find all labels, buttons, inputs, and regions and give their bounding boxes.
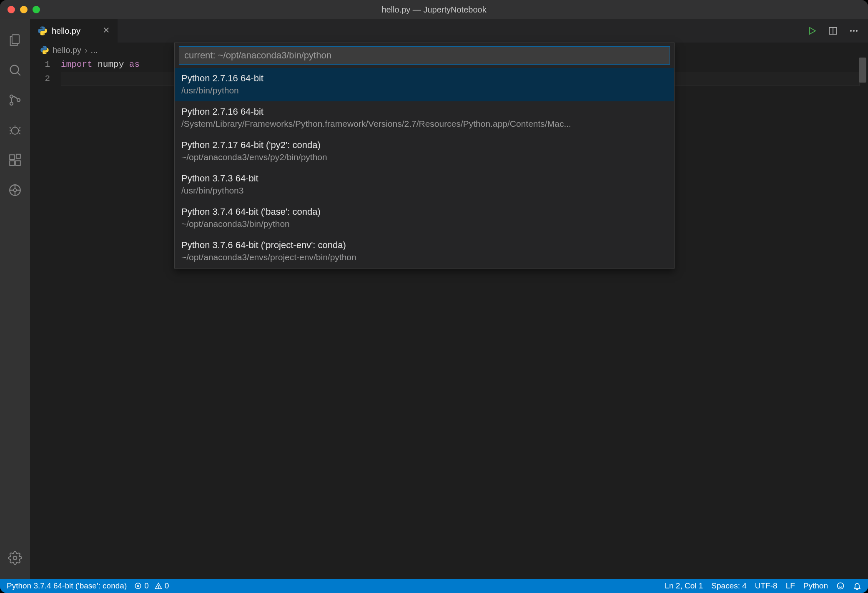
interpreter-search-input[interactable] bbox=[179, 46, 670, 65]
interpreter-option-path: /System/Library/Frameworks/Python.framew… bbox=[181, 118, 667, 130]
status-feedback[interactable] bbox=[836, 582, 845, 590]
close-icon[interactable] bbox=[103, 25, 110, 36]
interpreter-option[interactable]: Python 3.7.6 64-bit ('project-env': cond… bbox=[175, 235, 674, 268]
interpreter-option[interactable]: Python 2.7.17 64-bit ('py2': conda)~/opt… bbox=[175, 135, 674, 168]
interpreter-option-title: Python 2.7.16 64-bit bbox=[181, 106, 667, 118]
interpreter-option-title: Python 2.7.16 64-bit bbox=[181, 72, 667, 85]
scrollbar-thumb[interactable] bbox=[859, 58, 866, 83]
interpreter-option-path: ~/opt/anaconda3/envs/py2/bin/python bbox=[181, 151, 667, 163]
status-interpreter[interactable]: Python 3.7.4 64-bit ('base': conda) bbox=[7, 581, 127, 590]
svg-point-15 bbox=[853, 30, 855, 32]
chevron-right-icon: › bbox=[85, 45, 88, 55]
status-spaces[interactable]: Spaces: 4 bbox=[711, 581, 747, 590]
title-bar: hello.py — JupertyNotebook bbox=[0, 0, 868, 19]
interpreter-option[interactable]: Python 3.7.3 64-bit/usr/bin/python3 bbox=[175, 168, 674, 201]
warning-icon bbox=[155, 582, 162, 590]
python-icon bbox=[38, 26, 48, 36]
svg-point-18 bbox=[158, 588, 158, 588]
traffic-lights bbox=[8, 6, 40, 13]
interpreter-option[interactable]: Python 2.7.16 64-bit/System/Library/Fram… bbox=[175, 101, 674, 135]
tab-label: hello.py bbox=[52, 26, 80, 36]
line-gutter: 12 bbox=[30, 58, 61, 579]
gear-icon[interactable] bbox=[0, 543, 30, 573]
svg-point-16 bbox=[856, 30, 858, 32]
window-close-button[interactable] bbox=[8, 6, 15, 13]
svg-rect-8 bbox=[15, 161, 20, 165]
split-editor-button[interactable] bbox=[827, 25, 839, 37]
breadcrumb-segment: ... bbox=[91, 45, 98, 55]
python-icon bbox=[40, 45, 49, 55]
svg-point-2 bbox=[10, 95, 13, 98]
interpreter-option-path: /usr/bin/python3 bbox=[181, 185, 667, 196]
interpreter-option-path: ~/opt/anaconda3/bin/python bbox=[181, 218, 667, 230]
status-errors-count: 0 bbox=[144, 581, 149, 590]
status-encoding[interactable]: UTF-8 bbox=[755, 581, 778, 590]
svg-point-12 bbox=[13, 556, 17, 560]
svg-point-5 bbox=[12, 127, 19, 134]
window-minimize-button[interactable] bbox=[20, 6, 28, 13]
interpreter-option-path: /usr/bin/python bbox=[181, 85, 667, 96]
line-number: 2 bbox=[30, 72, 50, 86]
status-problems[interactable]: 0 0 bbox=[134, 581, 169, 590]
status-warnings-count: 0 bbox=[165, 581, 169, 590]
editor-area: hello.py bbox=[30, 19, 868, 579]
svg-point-11 bbox=[13, 188, 16, 191]
extensions-icon[interactable] bbox=[0, 145, 30, 175]
run-button[interactable] bbox=[806, 25, 818, 37]
status-eol[interactable]: LF bbox=[786, 581, 795, 590]
line-number: 1 bbox=[30, 58, 50, 72]
svg-rect-7 bbox=[10, 161, 14, 165]
window-title: hello.py — JupertyNotebook bbox=[0, 5, 868, 15]
window-zoom-button[interactable] bbox=[33, 6, 40, 13]
explorer-icon[interactable] bbox=[0, 25, 30, 55]
status-language[interactable]: Python bbox=[803, 581, 828, 590]
status-cursor[interactable]: Ln 2, Col 1 bbox=[665, 581, 703, 590]
svg-point-3 bbox=[10, 102, 13, 105]
interpreter-option-title: Python 3.7.4 64-bit ('base': conda) bbox=[181, 206, 667, 218]
remote-icon[interactable] bbox=[0, 175, 30, 205]
svg-point-4 bbox=[17, 98, 20, 101]
svg-rect-0 bbox=[12, 35, 19, 43]
search-icon[interactable] bbox=[0, 55, 30, 85]
interpreter-option-title: Python 3.7.3 64-bit bbox=[181, 172, 667, 185]
interpreter-option-path: ~/opt/anaconda3/envs/project-env/bin/pyt… bbox=[181, 251, 667, 263]
status-bar: Python 3.7.4 64-bit ('base': conda) 0 0 … bbox=[0, 579, 868, 593]
svg-point-14 bbox=[850, 30, 852, 32]
more-actions-button[interactable] bbox=[848, 25, 860, 37]
tab-hello-py[interactable]: hello.py bbox=[30, 19, 118, 43]
interpreter-picker: Python 2.7.16 64-bit/usr/bin/pythonPytho… bbox=[174, 43, 675, 269]
source-control-icon[interactable] bbox=[0, 85, 30, 115]
interpreter-option[interactable]: Python 3.7.4 64-bit ('base': conda)~/opt… bbox=[175, 201, 674, 235]
breadcrumb-file: hello.py bbox=[53, 45, 81, 55]
interpreter-option-title: Python 2.7.17 64-bit ('py2': conda) bbox=[181, 139, 667, 151]
svg-rect-9 bbox=[16, 154, 20, 158]
interpreter-list: Python 2.7.16 64-bit/usr/bin/pythonPytho… bbox=[175, 68, 674, 268]
svg-rect-6 bbox=[10, 155, 14, 159]
editor-toolbar bbox=[806, 19, 868, 43]
debug-icon[interactable] bbox=[0, 115, 30, 145]
svg-point-1 bbox=[10, 65, 19, 74]
interpreter-option[interactable]: Python 2.7.16 64-bit/usr/bin/python bbox=[175, 68, 674, 101]
app-window: hello.py — JupertyNotebook bbox=[0, 0, 868, 593]
interpreter-option-title: Python 3.7.6 64-bit ('project-env': cond… bbox=[181, 239, 667, 251]
tab-bar: hello.py bbox=[30, 19, 868, 43]
error-icon bbox=[134, 582, 142, 590]
status-notifications[interactable] bbox=[853, 582, 861, 590]
svg-point-19 bbox=[838, 583, 844, 589]
activity-bar bbox=[0, 19, 30, 579]
